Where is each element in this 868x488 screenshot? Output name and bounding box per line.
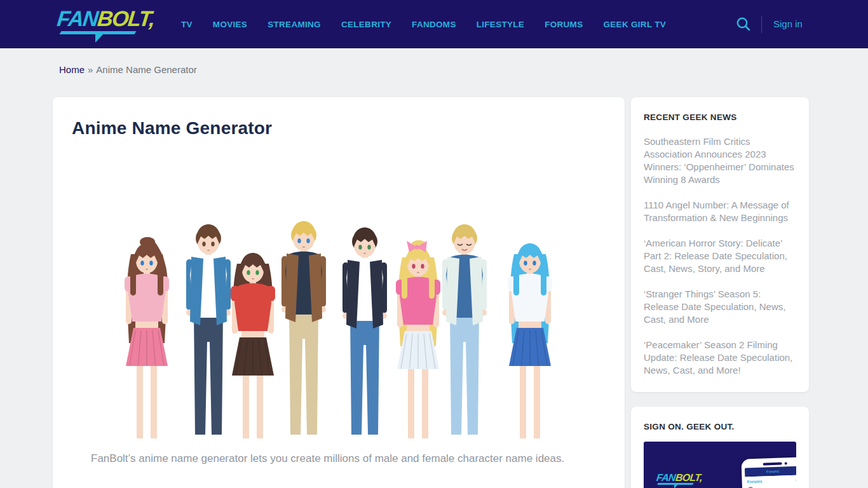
promo-banner[interactable]: FANBOLT, Forums Forums ⋯ [644,442,796,488]
nav-item-forums[interactable]: FORUMS [545,20,583,29]
recent-geek-news-card: RECENT GEEK NEWS Southeastern Film Criti… [631,97,809,392]
header-divider [761,16,762,33]
nav-item-streaming[interactable]: STREAMING [268,20,321,29]
site-header: FANBOLT, TV MOVIES STREAMING CELEBRITY F… [0,0,868,48]
logo-speech-bubble-tail [95,34,104,43]
breadcrumb-home-link[interactable]: Home [59,64,85,75]
nav-item-celebrity[interactable]: CELEBRITY [341,20,391,29]
news-article-link[interactable]: ‘American Horror Story: Delicate’ Part 2… [644,237,796,275]
nav-item-movies[interactable]: MOVIES [213,20,247,29]
phone-notch [763,463,782,466]
phone-mockup: Forums Forums ⋯ TV [741,457,796,488]
sidebar: RECENT GEEK NEWS Southeastern Film Criti… [631,97,809,488]
logo-fan: FAN [56,6,98,30]
news-article-link[interactable]: 1110 Angel Number: A Message of Transfor… [644,199,796,224]
breadcrumb: Home»Anime Name Generator [59,64,197,75]
main-nav: TV MOVIES STREAMING CELEBRITY FANDOMS LI… [181,0,666,48]
sign-on-geek-out-card: SIGN ON. GEEK OUT. FANBOLT, Forums Forum… [631,407,809,488]
intro-caption: FanBolt’s anime name generator lets you … [91,452,606,465]
search-icon[interactable] [735,16,752,32]
content-area: Anime Name Generator FanBolt’s anime nam… [53,97,809,488]
news-article-link[interactable]: ‘Peacemaker’ Season 2 Filming Update: Re… [644,339,796,377]
logo-bolt: BOLT, [97,6,156,30]
phone-see-all-label: ⋯ [795,478,796,483]
main-article-card: Anime Name Generator FanBolt’s anime nam… [53,97,625,488]
phone-screen-body: Forums ⋯ TV [745,475,796,488]
nav-item-tv[interactable]: TV [181,20,193,29]
news-article-link[interactable]: ‘Stranger Things’ Season 5: Release Date… [644,288,796,326]
breadcrumb-separator: » [88,64,93,75]
phone-forums-label: Forums [747,479,763,485]
news-list: Southeastern Film Critics Association An… [644,135,796,377]
fanbolt-logo[interactable]: FANBOLT, [57,8,153,41]
news-article-link[interactable]: Southeastern Film Critics Association An… [644,135,796,186]
breadcrumb-current: Anime Name Generator [96,64,196,75]
sign-on-geek-out-title: SIGN ON. GEEK OUT. [644,422,796,431]
anime-characters-illustration [102,151,576,438]
recent-geek-news-title: RECENT GEEK NEWS [644,112,796,122]
page-title: Anime Name Generator [72,118,606,138]
promo-fanbolt-logo: FANBOLT, [656,472,701,488]
nav-item-geek-girl-tv[interactable]: GEEK GIRL TV [603,20,666,29]
nav-item-lifestyle[interactable]: LIFESTYLE [477,20,524,29]
phone-forum-post: TV [747,485,796,488]
nav-item-fandoms[interactable]: FANDOMS [412,20,456,29]
fanbolt-logo-text: FANBOLT, [56,8,156,29]
sign-in-link[interactable]: Sign in [773,18,803,29]
